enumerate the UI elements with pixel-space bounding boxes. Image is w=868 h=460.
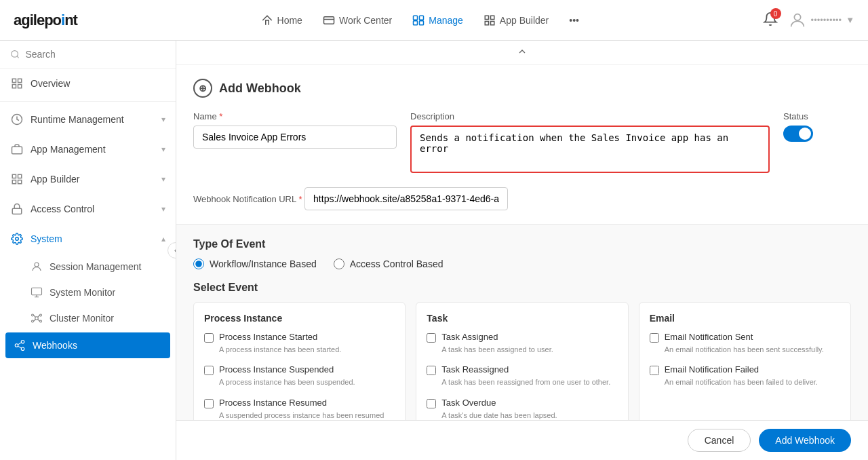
svg-rect-4 (420, 20, 424, 24)
checkbox-task-overdue[interactable] (427, 399, 436, 408)
search-input[interactable] (25, 49, 165, 60)
svg-rect-18 (18, 174, 22, 178)
svg-rect-5 (485, 16, 488, 19)
form-panel: ⊕ Add Webhook Name * Description Sends a… (176, 65, 868, 225)
clock-icon (10, 113, 24, 126)
svg-point-28 (32, 320, 34, 322)
nav-manage[interactable]: Manage (412, 14, 463, 26)
status-toggle[interactable] (783, 126, 813, 142)
name-group: Name * (193, 111, 397, 149)
svg-rect-3 (414, 20, 418, 24)
nav-appbuilder[interactable]: App Builder (484, 14, 549, 26)
nav-home[interactable]: Home (261, 14, 302, 26)
monitor-icon (31, 286, 43, 299)
chart-icon (10, 77, 24, 90)
main-layout: Overview Runtime Management ▾ App Manage… (0, 41, 868, 460)
event-col-email: Email Email Notification Sent An email n… (639, 302, 851, 420)
radio-workflow-input[interactable] (193, 258, 204, 269)
nav-bell[interactable]: 0 (763, 12, 778, 28)
svg-rect-13 (12, 85, 16, 88)
nav-dots[interactable]: ••• (569, 15, 579, 26)
description-group: Description Sends a notification when th… (410, 111, 770, 173)
event-item-process-resumed: Process Instance Resumed A suspended pro… (204, 398, 395, 420)
email-title: Email (650, 313, 840, 324)
status-label: Status (783, 111, 851, 121)
checkbox-task-assigned[interactable] (427, 333, 436, 343)
sidebar-item-overview[interactable]: Overview (0, 69, 176, 98)
webhook-url-group: Webhook Notification URL * (193, 183, 851, 210)
webhook-url-input[interactable] (304, 187, 508, 210)
sidebar-subitem-system-monitor[interactable]: System Monitor (0, 280, 176, 305)
form-header: ⊕ Add Webhook (193, 79, 851, 98)
event-item-process-suspended: Process Instance Suspended A process ins… (204, 364, 395, 387)
top-chevron-toggle[interactable] (176, 41, 868, 65)
svg-rect-0 (323, 16, 334, 24)
events-panel: Type Of Event Workflow/Instance Based Ac… (176, 225, 868, 420)
svg-rect-8 (490, 21, 494, 24)
sidebar-subitem-webhooks[interactable]: Webhooks (5, 332, 170, 358)
svg-rect-7 (485, 21, 488, 24)
svg-line-38 (18, 343, 21, 345)
description-textarea[interactable]: Sends a notification when the Sales Invo… (410, 126, 770, 173)
checkbox-process-resumed[interactable] (204, 399, 214, 408)
sidebar-subitem-session-management[interactable]: Session Management (0, 254, 176, 280)
svg-line-30 (34, 315, 36, 318)
svg-rect-6 (490, 16, 494, 19)
description-label: Description (410, 111, 770, 121)
svg-point-34 (21, 341, 24, 344)
sidebar-item-access-control[interactable]: Access Control ▾ (0, 194, 176, 224)
chevron-up-icon: ▴ (161, 234, 165, 244)
svg-point-35 (15, 344, 18, 347)
chevron-down-icon: ▾ (161, 174, 165, 184)
svg-rect-20 (18, 180, 22, 184)
sidebar-item-system[interactable]: System ▴ (0, 224, 176, 254)
radio-access-control[interactable]: Access Control Based (334, 258, 443, 269)
briefcase-icon (10, 142, 24, 156)
form-title: Add Webhook (219, 81, 301, 96)
nav-links: Home Work Center Manage App Builder ••• (261, 14, 579, 26)
event-item-task-overdue: Task Overdue A task's due date has been … (427, 398, 617, 420)
radio-workflow[interactable]: Workflow/Instance Based (193, 258, 317, 269)
svg-rect-24 (32, 288, 42, 295)
svg-point-23 (35, 263, 39, 267)
svg-line-37 (18, 346, 21, 348)
select-event-title: Select Event (193, 282, 851, 294)
event-col-task: Task Task Assigned A task has been assig… (416, 302, 628, 420)
name-input[interactable] (193, 126, 397, 149)
svg-rect-1 (414, 16, 418, 20)
svg-point-29 (40, 320, 42, 322)
scrollable-content: ⊕ Add Webhook Name * Description Sends a… (176, 65, 868, 420)
checkbox-email-failed[interactable] (650, 366, 659, 375)
event-item-process-started: Process Instance Started A process insta… (204, 332, 395, 355)
nav-user[interactable]: •••••••••• ▼ (788, 11, 854, 30)
svg-point-36 (21, 347, 24, 351)
bell-badge: 0 (770, 8, 781, 19)
cancel-button[interactable]: Cancel (688, 429, 751, 452)
radio-access-control-input[interactable] (334, 258, 344, 269)
chevron-down-icon: ▾ (161, 145, 165, 154)
sidebar-subitem-cluster-monitor[interactable]: Cluster Monitor (0, 305, 176, 331)
svg-line-31 (38, 315, 40, 318)
svg-rect-19 (12, 180, 16, 184)
svg-point-27 (40, 314, 42, 316)
event-item-task-reassigned: Task Reassigned A task has been reassign… (427, 364, 617, 387)
add-webhook-button[interactable]: Add Webhook (759, 429, 851, 452)
logo: agilepoint (14, 12, 77, 29)
checkbox-process-started[interactable] (204, 333, 214, 343)
add-webhook-icon: ⊕ (193, 79, 212, 98)
svg-rect-17 (12, 174, 16, 178)
checkbox-email-sent[interactable] (650, 333, 659, 343)
svg-rect-2 (420, 16, 424, 20)
event-type-radio-group: Workflow/Instance Based Access Control B… (193, 258, 851, 269)
nav-right: 0 •••••••••• ▼ (763, 11, 854, 30)
chevron-down-icon: ▾ (161, 115, 165, 124)
sidebar-item-runtime-management[interactable]: Runtime Management ▾ (0, 104, 176, 134)
checkbox-process-suspended[interactable] (204, 366, 214, 375)
sidebar-item-app-management[interactable]: App Management ▾ (0, 134, 176, 164)
checkbox-task-reassigned[interactable] (427, 366, 436, 375)
person-icon (31, 261, 43, 273)
nav-workcenter[interactable]: Work Center (323, 14, 392, 26)
search-icon (10, 49, 20, 60)
footer-bar: Cancel Add Webhook (176, 420, 868, 460)
sidebar-item-app-builder[interactable]: App Builder ▾ (0, 164, 176, 194)
